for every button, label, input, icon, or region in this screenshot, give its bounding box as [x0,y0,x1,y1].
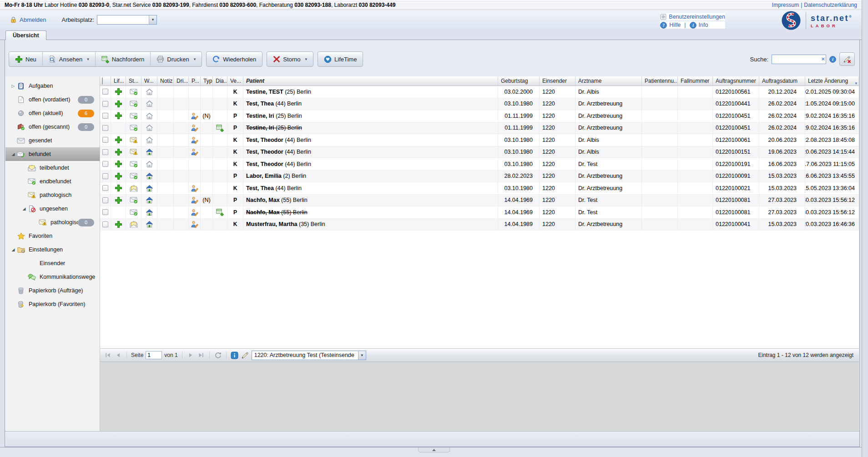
row-checkbox[interactable] [102,161,108,167]
filter-remove-button[interactable] [839,52,855,66]
table-row[interactable]: KTest, Thea (44) Berlin03.10.19801220Dr.… [100,98,859,110]
table-row[interactable]: (N)PNachfo, Max (55) Berlin14.04.1969122… [100,195,859,207]
datenschutz-link[interactable]: Datenschutzerklärung [804,2,857,8]
column-header-patientennummer[interactable]: Patientennu... [642,76,678,85]
sidebar-item-einsender[interactable]: Einsender [5,256,100,270]
row-checkbox[interactable] [102,149,108,155]
select-all-checkbox[interactable] [102,77,103,85]
right-scroll-strip[interactable] [862,0,868,457]
sidebar-item-befundet[interactable]: ◢befundet [5,147,100,161]
neu-button[interactable]: Neu [9,52,42,66]
column-header-geburtstag[interactable]: Geburtstag [498,76,540,85]
table-row[interactable]: KTest, Theodor (44) Berlin03.10.19801220… [100,146,859,159]
sidebar-item-aufgaben[interactable]: ▷Aufgaben [5,79,100,93]
column-header-dia[interactable]: Dia... [213,76,227,85]
column-header-lif[interactable]: Lif... [111,76,126,85]
next-page-button[interactable] [187,351,195,359]
column-header-auftragsdatum[interactable]: Auftragsdatum [759,76,805,85]
row-checkbox[interactable] [102,197,108,203]
search-info-icon[interactable]: i [829,56,836,63]
column-header-typ[interactable]: Typ [201,76,213,85]
column-header-patient[interactable]: Patient [243,76,498,85]
expander-collapsed-icon[interactable]: ▷ [10,84,16,88]
column-header-arztname[interactable]: Arztname [575,76,642,85]
document-block-icon [27,205,36,212]
column-header-st[interactable]: St... [126,76,141,85]
column-header-ve[interactable]: Ve... [227,76,243,85]
lifetime-button[interactable]: LifeTime [318,52,363,66]
column-header-auftragsnummer[interactable]: Auftragsnummer [713,76,759,85]
chevron-down-icon[interactable]: ▾ [149,15,156,24]
expander-open-icon[interactable]: ◢ [21,206,27,211]
ansehen-button[interactable]: Ansehen▾ [42,52,95,66]
drucken-button[interactable]: Drucken▾ [150,52,202,66]
table-row[interactable]: KTest, Theodor (44) Berlin03.10.19801220… [100,158,859,171]
row-checkbox[interactable] [102,101,108,107]
tab-uebersicht[interactable]: Übersicht [5,30,46,40]
help-link[interactable]: Hilfe [669,22,681,28]
expander-open-icon[interactable]: ◢ [10,247,16,252]
expander-open-icon[interactable]: ◢ [10,152,16,156]
sidebar-item-endbefundet[interactable]: endbefundet [5,175,100,188]
sidebar-item-gesendet[interactable]: gesendet [5,134,100,147]
clear-search-icon[interactable]: × [821,55,825,62]
sidebar-item-ungesehen-pathologisch[interactable]: pathologisch0 [5,216,100,229]
column-header-dri[interactable]: Dri... [174,76,189,85]
last-page-button[interactable] [197,351,205,359]
logout-button[interactable]: Abmelden [20,16,46,23]
info-link[interactable]: Info [699,22,708,28]
column-header-w[interactable]: W... [141,76,157,85]
column-header-fallnummer[interactable]: Fallnummer [678,76,713,85]
column-info-button[interactable] [231,351,239,359]
prev-page-button[interactable] [114,351,122,359]
cell-fallnummer [678,122,713,135]
column-menu-icon[interactable]: ▾ [855,79,857,85]
sidebar-item-offen-gescannt[interactable]: offen (gescannt)0 [5,120,100,134]
table-row[interactable]: KTest, Thea (44) Berlin03.10.19801220Dr.… [100,182,859,195]
table-row[interactable]: KMusterfrau, Martha (35) Berlin14.04.198… [100,219,859,231]
page-input[interactable] [146,351,162,359]
row-checkbox[interactable] [102,221,108,227]
row-checkbox[interactable] [102,137,108,143]
sidebar-item-einstellungen[interactable]: ◢Einstellungen [5,243,100,256]
column-header-einsender[interactable]: Einsender [540,76,575,85]
row-checkbox[interactable] [102,185,108,191]
table-row[interactable]: (N)PTestine, Iri (25) Berlin01.11.199912… [100,110,859,122]
sidebar-item-teilbefundet[interactable]: teilbefundet [5,161,100,175]
table-row[interactable]: PNachfo, Max (55) Berlin14.04.19691220Dr… [100,206,859,219]
nachfordern-button[interactable]: Nachfordern [95,52,151,66]
table-row[interactable]: PLabor, Emilia (2) Berlin28.02.20231220D… [100,171,859,183]
sidebar-item-offen-aktuell[interactable]: offen (aktuell)6 [5,106,100,120]
column-header-p[interactable]: P... [189,76,201,85]
user-settings-link[interactable]: Benutzereinstellungen [669,14,725,20]
search-input[interactable] [772,55,826,64]
filter-pen-icon[interactable] [241,351,249,359]
storno-button[interactable]: Storno▾ [267,52,313,66]
sidebar-item-favoriten[interactable]: Favoriten [5,229,100,243]
sidebar-item-pathologisch[interactable]: pathologisch [5,188,100,202]
sidebar-item-offen-vordatiert[interactable]: offen (vordatiert)0 [5,93,100,106]
row-checkbox[interactable] [102,125,108,131]
sidebar-item-ungesehen[interactable]: ◢ungesehen [5,202,100,216]
sidebar-item-label: pathologisch [50,219,78,226]
collapse-handle[interactable] [418,447,450,452]
first-page-button[interactable] [104,351,112,359]
row-checkbox[interactable] [102,113,108,119]
wiederholen-button[interactable]: Wiederholen [207,52,262,66]
table-row[interactable]: KTest, Theodor (44) Berlin03.10.19801220… [100,134,859,146]
column-header-notiz[interactable]: Notiz [157,76,174,85]
sidebar-item-kommunikationswege[interactable]: Kommunikationswege [5,270,100,284]
einsender-filter-select[interactable]: 1220: Arztbetreuung Test (Testeinsende ▾ [252,351,366,360]
refresh-button[interactable] [214,351,222,359]
row-checkbox[interactable] [102,209,108,215]
table-row[interactable]: PTestine, Iri (25) Berlin01.11.19991220D… [100,122,859,135]
sidebar-item-papierkorb-favoriten[interactable]: Papierkorb (Favoriten) [5,297,100,311]
table-row[interactable]: KTestine, TEST (25) Berlin03.02.20001220… [100,86,859,98]
workstation-select[interactable]: ▾ [97,15,157,25]
row-checkbox[interactable] [102,89,108,95]
column-header-sel[interactable] [100,76,111,85]
sidebar-item-papierkorb-auftraege[interactable]: Papierkorb (Aufträge) [5,284,100,297]
row-checkbox[interactable] [102,173,108,179]
impressum-link[interactable]: Impressum [772,2,799,8]
column-header-letzte[interactable]: Letzte Änderung▾ [805,76,859,85]
